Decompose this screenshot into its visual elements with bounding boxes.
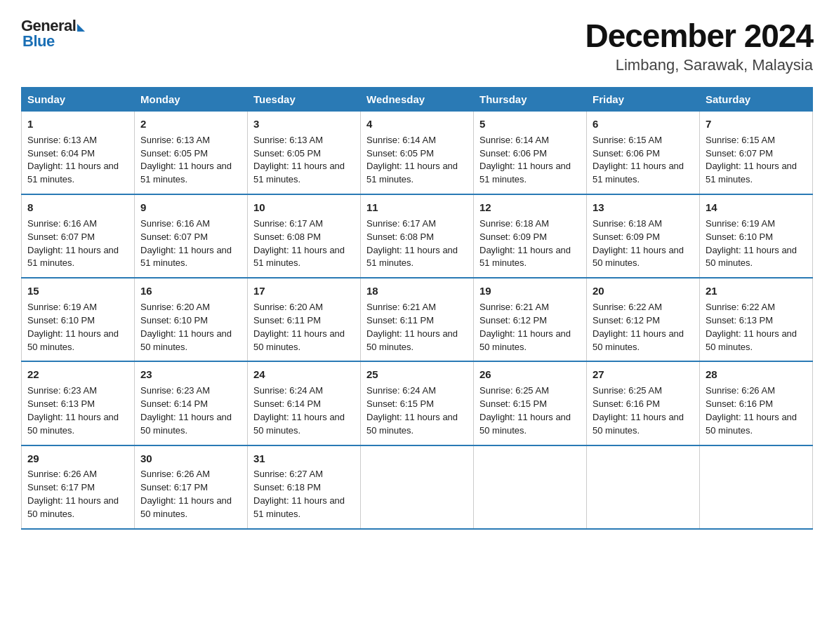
calendar-cell: 12Sunrise: 6:18 AMSunset: 6:09 PMDayligh… — [474, 194, 587, 278]
calendar-cell: 31Sunrise: 6:27 AMSunset: 6:18 PMDayligh… — [248, 445, 361, 529]
calendar-cell: 29Sunrise: 6:26 AMSunset: 6:17 PMDayligh… — [22, 445, 135, 529]
day-info: Sunrise: 6:17 AMSunset: 6:08 PMDaylight:… — [253, 218, 345, 269]
calendar-cell — [700, 445, 813, 529]
day-number: 18 — [366, 283, 468, 299]
calendar-cell: 10Sunrise: 6:17 AMSunset: 6:08 PMDayligh… — [248, 194, 361, 278]
calendar-cell: 26Sunrise: 6:25 AMSunset: 6:15 PMDayligh… — [474, 361, 587, 445]
day-info: Sunrise: 6:18 AMSunset: 6:09 PMDaylight:… — [479, 218, 571, 269]
day-info: Sunrise: 6:26 AMSunset: 6:16 PMDaylight:… — [706, 385, 797, 436]
week-row-3: 15Sunrise: 6:19 AMSunset: 6:10 PMDayligh… — [22, 278, 813, 361]
day-number: 3 — [253, 116, 355, 132]
calendar-cell: 24Sunrise: 6:24 AMSunset: 6:14 PMDayligh… — [248, 361, 361, 445]
header-wednesday: Wednesday — [361, 88, 474, 112]
day-number: 19 — [479, 283, 581, 299]
day-info: Sunrise: 6:24 AMSunset: 6:14 PMDaylight:… — [253, 385, 345, 436]
day-number: 16 — [140, 283, 241, 299]
calendar-cell: 30Sunrise: 6:26 AMSunset: 6:17 PMDayligh… — [135, 445, 248, 529]
header-saturday: Saturday — [700, 88, 813, 112]
day-info: Sunrise: 6:16 AMSunset: 6:07 PMDaylight:… — [140, 218, 232, 269]
day-number: 12 — [479, 200, 581, 215]
day-info: Sunrise: 6:13 AMSunset: 6:05 PMDaylight:… — [253, 135, 345, 185]
day-info: Sunrise: 6:21 AMSunset: 6:12 PMDaylight:… — [479, 302, 571, 352]
day-number: 6 — [593, 116, 694, 132]
header-row: SundayMondayTuesdayWednesdayThursdayFrid… — [22, 88, 813, 112]
day-number: 27 — [593, 367, 694, 382]
header-friday: Friday — [587, 88, 700, 112]
calendar-cell: 28Sunrise: 6:26 AMSunset: 6:16 PMDayligh… — [700, 361, 813, 445]
week-row-1: 1Sunrise: 6:13 AMSunset: 6:04 PMDaylight… — [22, 112, 813, 195]
day-number: 31 — [253, 451, 355, 467]
day-number: 9 — [140, 200, 241, 215]
calendar-header: SundayMondayTuesdayWednesdayThursdayFrid… — [22, 88, 813, 112]
page-subtitle: Limbang, Sarawak, Malaysia — [585, 56, 813, 74]
calendar-cell: 22Sunrise: 6:23 AMSunset: 6:13 PMDayligh… — [22, 361, 135, 445]
day-info: Sunrise: 6:25 AMSunset: 6:15 PMDaylight:… — [479, 385, 571, 436]
day-number: 24 — [253, 367, 355, 382]
calendar-table: SundayMondayTuesdayWednesdayThursdayFrid… — [21, 87, 813, 530]
calendar-body: 1Sunrise: 6:13 AMSunset: 6:04 PMDaylight… — [22, 112, 813, 529]
calendar-cell: 2Sunrise: 6:13 AMSunset: 6:05 PMDaylight… — [135, 112, 248, 195]
day-info: Sunrise: 6:21 AMSunset: 6:11 PMDaylight:… — [366, 302, 458, 352]
day-number: 2 — [140, 116, 241, 132]
day-info: Sunrise: 6:25 AMSunset: 6:16 PMDaylight:… — [593, 385, 684, 436]
day-number: 14 — [706, 200, 807, 215]
day-info: Sunrise: 6:17 AMSunset: 6:08 PMDaylight:… — [366, 218, 458, 269]
calendar-cell: 9Sunrise: 6:16 AMSunset: 6:07 PMDaylight… — [135, 194, 248, 278]
day-number: 8 — [27, 200, 128, 215]
calendar-cell: 11Sunrise: 6:17 AMSunset: 6:08 PMDayligh… — [361, 194, 474, 278]
calendar-cell: 23Sunrise: 6:23 AMSunset: 6:14 PMDayligh… — [135, 361, 248, 445]
calendar-cell: 14Sunrise: 6:19 AMSunset: 6:10 PMDayligh… — [700, 194, 813, 278]
day-info: Sunrise: 6:26 AMSunset: 6:17 PMDaylight:… — [140, 469, 232, 519]
week-row-5: 29Sunrise: 6:26 AMSunset: 6:17 PMDayligh… — [22, 445, 813, 529]
day-info: Sunrise: 6:15 AMSunset: 6:07 PMDaylight:… — [706, 135, 797, 185]
day-info: Sunrise: 6:22 AMSunset: 6:12 PMDaylight:… — [593, 302, 684, 352]
calendar-cell — [587, 445, 700, 529]
day-number: 4 — [366, 116, 468, 132]
header-thursday: Thursday — [474, 88, 587, 112]
day-number: 5 — [479, 116, 581, 132]
day-number: 28 — [706, 367, 807, 382]
day-number: 20 — [593, 283, 694, 299]
logo: General Blue — [21, 17, 85, 51]
day-number: 11 — [366, 200, 468, 215]
calendar-cell: 15Sunrise: 6:19 AMSunset: 6:10 PMDayligh… — [22, 278, 135, 361]
day-info: Sunrise: 6:13 AMSunset: 6:04 PMDaylight:… — [27, 135, 119, 185]
day-info: Sunrise: 6:19 AMSunset: 6:10 PMDaylight:… — [27, 302, 119, 352]
day-number: 25 — [366, 367, 468, 382]
calendar-cell: 8Sunrise: 6:16 AMSunset: 6:07 PMDaylight… — [22, 194, 135, 278]
day-number: 29 — [27, 451, 128, 467]
calendar-cell — [474, 445, 587, 529]
calendar-cell: 4Sunrise: 6:14 AMSunset: 6:05 PMDaylight… — [361, 112, 474, 195]
calendar-cell: 3Sunrise: 6:13 AMSunset: 6:05 PMDaylight… — [248, 112, 361, 195]
day-number: 13 — [593, 200, 694, 215]
calendar-cell: 5Sunrise: 6:14 AMSunset: 6:06 PMDaylight… — [474, 112, 587, 195]
day-info: Sunrise: 6:27 AMSunset: 6:18 PMDaylight:… — [253, 469, 345, 519]
calendar-cell: 27Sunrise: 6:25 AMSunset: 6:16 PMDayligh… — [587, 361, 700, 445]
day-info: Sunrise: 6:19 AMSunset: 6:10 PMDaylight:… — [706, 218, 797, 269]
day-number: 7 — [706, 116, 807, 132]
calendar-cell: 19Sunrise: 6:21 AMSunset: 6:12 PMDayligh… — [474, 278, 587, 361]
week-row-2: 8Sunrise: 6:16 AMSunset: 6:07 PMDaylight… — [22, 194, 813, 278]
day-number: 23 — [140, 367, 241, 382]
week-row-4: 22Sunrise: 6:23 AMSunset: 6:13 PMDayligh… — [22, 361, 813, 445]
page-title: December 2024 — [585, 17, 813, 55]
day-number: 21 — [706, 283, 807, 299]
day-number: 1 — [27, 116, 128, 132]
page-header: General Blue December 2024 Limbang, Sara… — [21, 17, 813, 74]
day-info: Sunrise: 6:23 AMSunset: 6:13 PMDaylight:… — [27, 385, 119, 436]
day-info: Sunrise: 6:20 AMSunset: 6:11 PMDaylight:… — [253, 302, 345, 352]
day-info: Sunrise: 6:15 AMSunset: 6:06 PMDaylight:… — [593, 135, 684, 185]
day-info: Sunrise: 6:20 AMSunset: 6:10 PMDaylight:… — [140, 302, 232, 352]
calendar-cell — [361, 445, 474, 529]
day-info: Sunrise: 6:26 AMSunset: 6:17 PMDaylight:… — [27, 469, 119, 519]
calendar-cell: 7Sunrise: 6:15 AMSunset: 6:07 PMDaylight… — [700, 112, 813, 195]
header-sunday: Sunday — [22, 88, 135, 112]
day-info: Sunrise: 6:14 AMSunset: 6:06 PMDaylight:… — [479, 135, 571, 185]
title-block: December 2024 Limbang, Sarawak, Malaysia — [585, 17, 813, 74]
calendar-cell: 20Sunrise: 6:22 AMSunset: 6:12 PMDayligh… — [587, 278, 700, 361]
calendar-cell: 16Sunrise: 6:20 AMSunset: 6:10 PMDayligh… — [135, 278, 248, 361]
logo-arrow-icon — [77, 24, 85, 32]
calendar-cell: 6Sunrise: 6:15 AMSunset: 6:06 PMDaylight… — [587, 112, 700, 195]
day-number: 26 — [479, 367, 581, 382]
day-info: Sunrise: 6:22 AMSunset: 6:13 PMDaylight:… — [706, 302, 797, 352]
